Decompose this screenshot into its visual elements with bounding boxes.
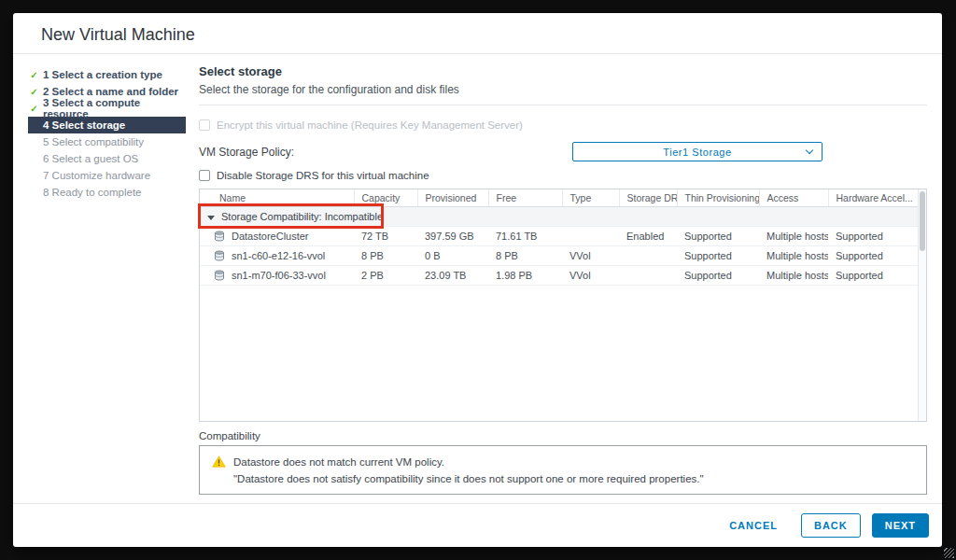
column-header-hardware-accel[interactable]: Hardware Accel... — [828, 189, 918, 207]
encrypt-label: Encrypt this virtual machine (Requires K… — [217, 119, 523, 131]
check-icon: ✓ — [28, 70, 40, 80]
dialog-body: ✓1 Select a creation type✓2 Select a nam… — [13, 54, 942, 503]
wizard-step-label: 7 Customize hardware — [43, 170, 150, 181]
storage-grid: NameCapacityProvisionedFreeTypeStorage D… — [200, 189, 918, 286]
step-content: Select storage Select the storage for th… — [186, 54, 942, 503]
cell-access: Multiple hosts — [759, 266, 828, 286]
datastore-name: sn1-m70-f06-33-vvol — [232, 270, 326, 281]
datastore-name: sn1-c60-e12-16-vvol — [232, 250, 325, 261]
column-header-type[interactable]: Type — [562, 189, 619, 207]
cell-type — [562, 227, 619, 246]
datastore-icon — [214, 270, 225, 281]
cell-type: VVol — [562, 246, 619, 266]
cell-name: DatastoreCluster — [200, 227, 354, 246]
datastore-table: NameCapacityProvisionedFreeTypeStorage D… — [199, 189, 927, 422]
table-scrollbar[interactable] — [918, 189, 926, 421]
next-button[interactable]: NEXT — [872, 513, 929, 538]
cell-access: Multiple hosts — [759, 227, 828, 246]
chevron-down-icon — [806, 147, 813, 154]
check-icon: ✓ — [28, 104, 40, 114]
back-button[interactable]: BACK — [801, 513, 861, 538]
cell-thin-provisioning: Supported — [677, 246, 759, 266]
vm-storage-policy-dropdown[interactable]: Tier1 Storage — [572, 142, 822, 161]
compatibility-box: Datastore does not match current VM poli… — [199, 445, 927, 495]
wizard-step-label: 2 Select a name and folder — [43, 86, 178, 97]
vm-storage-policy-value: Tier1 Storage — [663, 147, 731, 158]
cell-free: 71.61 TB — [488, 227, 562, 246]
step-heading: Select storage — [199, 64, 927, 78]
wizard-step-label: 5 Select compatibility — [43, 136, 144, 147]
wizard-step-label: 3 Select a compute resource — [43, 97, 186, 119]
cell-name: sn1-c60-e12-16-vvol — [200, 246, 354, 266]
new-vm-dialog: New Virtual Machine ✓1 Select a creation… — [13, 13, 942, 547]
cell-name: sn1-m70-f06-33-vvol — [200, 266, 354, 286]
cell-provisioned: 23.09 TB — [417, 266, 488, 286]
cell-capacity: 8 PB — [354, 246, 417, 266]
cell-thin-provisioning: Supported — [677, 227, 759, 246]
scrollbar-thumb[interactable] — [920, 191, 925, 251]
column-header-capacity[interactable]: Capacity — [354, 189, 417, 207]
disable-drs-row: Disable Storage DRS for this virtual mac… — [199, 170, 927, 181]
encrypt-checkbox[interactable] — [199, 119, 210, 131]
compatibility-warning-row: Datastore does not match current VM poli… — [212, 455, 914, 468]
cell-thin-provisioning: Supported — [677, 266, 759, 286]
column-header-storage-drs[interactable]: Storage DRS — [619, 189, 677, 207]
datastore-name: DatastoreCluster — [232, 231, 309, 242]
column-header-access[interactable]: Access — [759, 189, 828, 207]
cell-storage-drs: Enabled — [619, 227, 677, 246]
expand-caret-icon[interactable] — [207, 216, 215, 220]
wizard-step-3[interactable]: ✓3 Select a compute resource — [28, 100, 186, 117]
cell-hardware-accel: Supported — [828, 266, 918, 286]
disable-drs-checkbox[interactable] — [199, 170, 210, 181]
wizard-step-label: 6 Select a guest OS — [43, 153, 138, 164]
content-header: Select storage Select the storage for th… — [199, 64, 927, 105]
compatibility-warning-line1: Datastore does not match current VM poli… — [233, 456, 444, 468]
wizard-step-label: 4 Select storage — [43, 119, 125, 131]
wizard-step-label: 8 Ready to complete — [43, 187, 141, 198]
group-row-cell: Storage Compatibility: Incompatible — [200, 207, 918, 227]
disable-drs-label: Disable Storage DRS for this virtual mac… — [217, 170, 429, 181]
compatibility-warning-line2: "Datastore does not satisfy compatibilit… — [233, 473, 914, 484]
table-body: Storage Compatibility: IncompatibleDatas… — [200, 207, 918, 286]
cell-capacity: 72 TB — [354, 227, 417, 246]
cell-access: Multiple hosts — [759, 246, 828, 266]
datastore-row[interactable]: DatastoreCluster72 TB397.59 GB71.61 TBEn… — [200, 227, 918, 246]
warning-icon — [212, 455, 226, 468]
dialog-title: New Virtual Machine — [13, 13, 942, 53]
column-header-name[interactable]: Name — [200, 189, 354, 207]
vm-storage-policy-label: VM Storage Policy: — [199, 146, 294, 159]
cell-hardware-accel: Supported — [828, 227, 918, 246]
wizard-steps: ✓1 Select a creation type✓2 Select a nam… — [13, 54, 186, 503]
wizard-step-label: 1 Select a creation type — [43, 69, 162, 80]
group-row-label: Storage Compatibility: Incompatible — [221, 211, 383, 222]
storage-compatibility-group-row[interactable]: Storage Compatibility: Incompatible — [200, 207, 918, 227]
cell-free: 8 PB — [488, 246, 562, 266]
datastore-row[interactable]: sn1-c60-e12-16-vvol8 PB0 B8 PBVVolSuppor… — [200, 246, 918, 266]
datastore-row[interactable]: sn1-m70-f06-33-vvol2 PB23.09 TB1.98 PBVV… — [200, 266, 918, 286]
wizard-step-6[interactable]: 6 Select a guest OS — [28, 150, 186, 167]
wizard-step-8[interactable]: 8 Ready to complete — [28, 184, 186, 201]
cell-free: 1.98 PB — [488, 266, 562, 286]
column-header-provisioned[interactable]: Provisioned — [417, 189, 488, 207]
step-subheading: Select the storage for the configuration… — [199, 83, 927, 96]
vm-storage-policy-row: VM Storage Policy: Tier1 Storage — [199, 142, 927, 161]
cancel-button[interactable]: CANCEL — [717, 514, 790, 537]
table-header-row: NameCapacityProvisionedFreeTypeStorage D… — [200, 189, 918, 207]
cell-provisioned: 0 B — [417, 246, 488, 266]
compatibility-label: Compatibility — [199, 430, 927, 441]
wizard-step-5[interactable]: 5 Select compatibility — [28, 133, 186, 150]
wizard-step-1[interactable]: ✓1 Select a creation type — [28, 66, 186, 83]
cell-storage-drs — [619, 246, 677, 266]
cell-provisioned: 397.59 GB — [417, 227, 488, 246]
cell-type: VVol — [562, 266, 619, 286]
cell-hardware-accel: Supported — [828, 246, 918, 266]
cell-capacity: 2 PB — [354, 266, 417, 286]
check-icon: ✓ — [28, 87, 40, 97]
resize-grip-icon[interactable] — [944, 548, 954, 558]
dialog-footer: CANCEL BACK NEXT — [13, 503, 942, 547]
datastore-icon — [214, 250, 225, 261]
datastore-cluster-icon — [214, 231, 225, 242]
wizard-step-7[interactable]: 7 Customize hardware — [28, 167, 186, 184]
column-header-thin-provisioning[interactable]: Thin Provisioning — [677, 189, 759, 207]
column-header-free[interactable]: Free — [488, 189, 562, 207]
